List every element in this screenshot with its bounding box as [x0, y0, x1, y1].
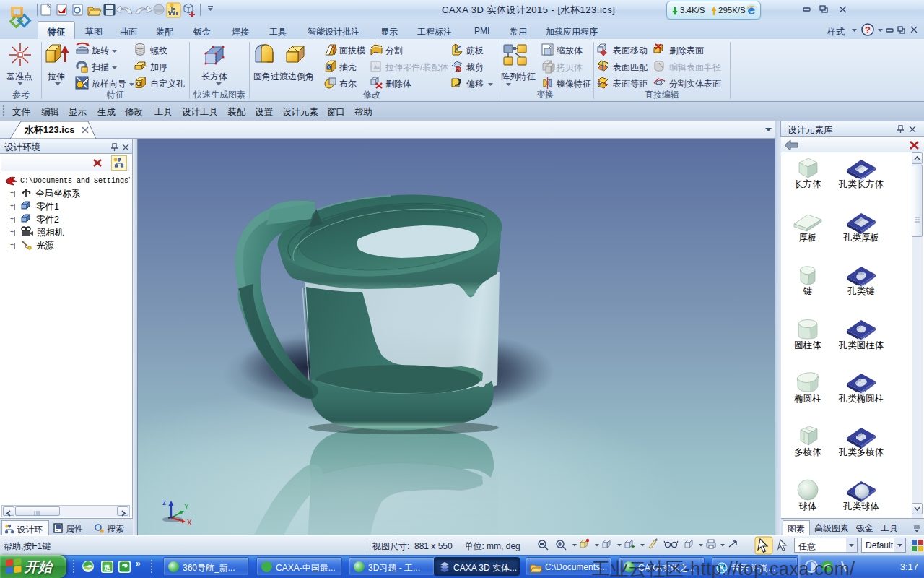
svg-text:»: » [136, 558, 141, 569]
svg-text:迅: 迅 [104, 564, 111, 571]
svg-text:?: ? [865, 25, 871, 35]
svg-text:X: X [187, 519, 192, 527]
svg-text:z: z [162, 499, 166, 506]
svg-text:Y: Y [184, 503, 189, 511]
